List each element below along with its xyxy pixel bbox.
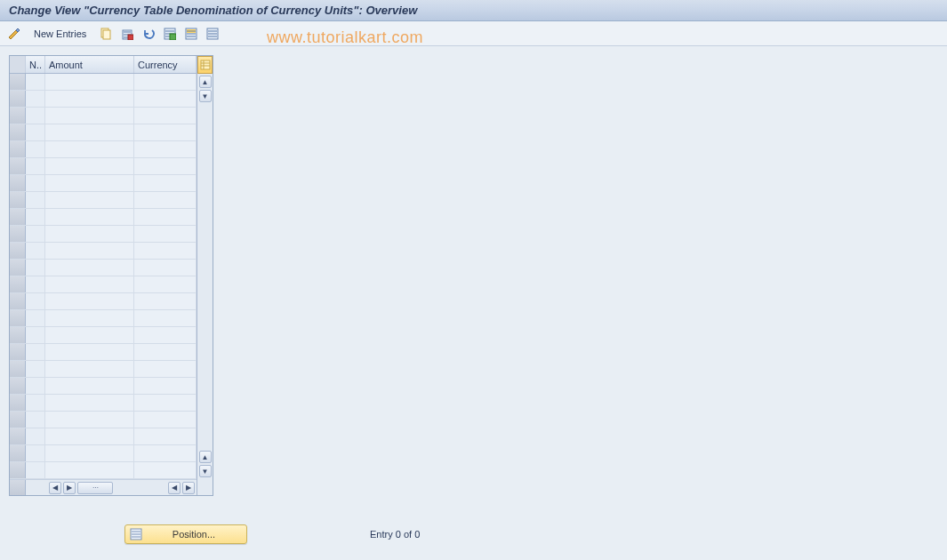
select-block-icon[interactable] [182,25,200,43]
table-row[interactable] [10,91,197,108]
cell-currency[interactable] [134,327,197,343]
row-selector[interactable] [10,310,26,326]
table-row[interactable] [10,209,197,226]
cell-amount[interactable] [45,378,134,394]
row-selector[interactable] [10,276,26,292]
row-selector[interactable] [10,74,26,90]
row-selector[interactable] [10,141,26,157]
table-settings-icon[interactable] [197,56,213,74]
cell-amount[interactable] [45,293,134,309]
cell-n[interactable] [26,209,45,225]
cell-currency[interactable] [134,445,197,461]
cell-currency[interactable] [134,141,197,157]
cell-n[interactable] [26,445,45,461]
cell-n[interactable] [26,378,45,394]
cell-n[interactable] [26,192,45,208]
cell-n[interactable] [26,175,45,191]
select-all-icon[interactable] [161,25,179,43]
scroll-down-icon[interactable]: ▼ [199,90,212,102]
cell-n[interactable] [26,412,45,428]
scroll-up-end-icon[interactable]: ▲ [199,451,212,463]
row-selector[interactable] [10,395,26,411]
cell-currency[interactable] [134,91,197,107]
cell-amount[interactable] [45,124,134,140]
position-button[interactable]: Position... [124,524,247,544]
scroll-left-end-icon[interactable]: ◀ [168,482,181,494]
cell-currency[interactable] [134,344,197,360]
cell-currency[interactable] [134,209,197,225]
cell-amount[interactable] [45,209,134,225]
cell-n[interactable] [26,327,45,343]
cell-amount[interactable] [45,243,134,259]
cell-amount[interactable] [45,175,134,191]
cell-amount[interactable] [45,158,134,174]
table-row[interactable] [10,243,197,260]
cell-amount[interactable] [45,310,134,326]
table-row[interactable] [10,192,197,209]
cell-amount[interactable] [45,141,134,157]
row-selector[interactable] [10,192,26,208]
cell-currency[interactable] [134,124,197,140]
cell-amount[interactable] [45,445,134,461]
row-selector[interactable] [10,293,26,309]
copy-icon[interactable] [97,25,115,43]
cell-currency[interactable] [134,462,197,478]
cell-amount[interactable] [45,276,134,292]
row-selector[interactable] [10,124,26,140]
table-row[interactable] [10,378,197,395]
col-selector[interactable] [10,56,26,73]
cell-n[interactable] [26,158,45,174]
cell-currency[interactable] [134,412,197,428]
cell-n[interactable] [26,141,45,157]
cell-n[interactable] [26,226,45,242]
cell-currency[interactable] [134,361,197,377]
table-row[interactable] [10,445,197,462]
row-selector[interactable] [10,209,26,225]
change-icon[interactable] [5,25,23,43]
table-row[interactable] [10,141,197,158]
hscroll-thumb[interactable]: ⋯ [77,482,113,494]
table-row[interactable] [10,395,197,412]
cell-currency[interactable] [134,310,197,326]
cell-amount[interactable] [45,108,134,124]
cell-currency[interactable] [134,260,197,276]
table-row[interactable] [10,412,197,428]
cell-n[interactable] [26,124,45,140]
row-selector[interactable] [10,158,26,174]
table-row[interactable] [10,124,197,141]
row-selector[interactable] [10,361,26,377]
cell-currency[interactable] [134,158,197,174]
cell-currency[interactable] [134,378,197,394]
table-row[interactable] [10,361,197,378]
cell-n[interactable] [26,243,45,259]
cell-n[interactable] [26,344,45,360]
table-row[interactable] [10,175,197,192]
row-selector[interactable] [10,412,26,428]
cell-amount[interactable] [45,226,134,242]
cell-n[interactable] [26,260,45,276]
table-row[interactable] [10,158,197,175]
cell-amount[interactable] [45,344,134,360]
delete-icon[interactable] [118,25,136,43]
row-selector[interactable] [10,226,26,242]
cell-amount[interactable] [45,260,134,276]
cell-amount[interactable] [45,74,134,90]
row-selector[interactable] [10,327,26,343]
cell-amount[interactable] [45,361,134,377]
col-header-amount[interactable]: Amount [45,56,134,73]
row-selector[interactable] [10,445,26,461]
deselect-all-icon[interactable] [204,25,221,43]
cell-currency[interactable] [134,428,197,444]
undo-icon[interactable] [140,25,157,43]
table-row[interactable] [10,310,197,327]
cell-currency[interactable] [134,395,197,411]
cell-amount[interactable] [45,192,134,208]
row-selector[interactable] [10,378,26,394]
row-selector[interactable] [10,260,26,276]
cell-currency[interactable] [134,175,197,191]
table-row[interactable] [10,108,197,124]
row-selector[interactable] [10,428,26,444]
cell-n[interactable] [26,293,45,309]
row-selector[interactable] [10,175,26,191]
table-row[interactable] [10,260,197,276]
